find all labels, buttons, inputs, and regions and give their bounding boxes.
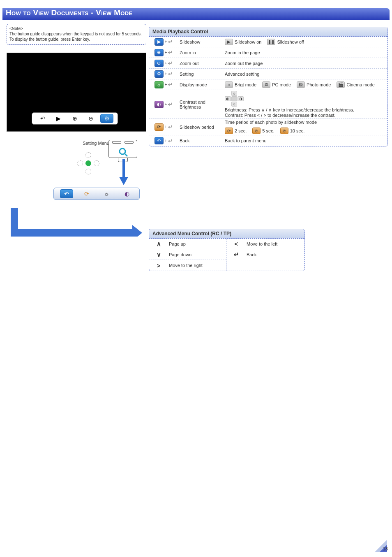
connector-arrow-icon	[11, 208, 142, 237]
button-icon: ↶	[154, 137, 164, 144]
arrow-down-icon	[119, 159, 128, 185]
direction-label: Move to the left	[246, 241, 304, 246]
tv-screen: ↶ ▶ ⊕ ⊖ ⚙	[7, 53, 146, 132]
option-item: ▶Slideshow on	[225, 39, 261, 45]
enter-icon: ↵	[168, 81, 173, 88]
option-item: ❚❚Slideshow off	[267, 39, 304, 45]
osd-bar-expanded: ↶ ⟳ ☼ ◐	[53, 188, 140, 200]
button-icon: ◐	[154, 101, 164, 108]
option-item: 🖥PC mode	[262, 81, 291, 88]
page-corner-icon: 13	[375, 540, 387, 552]
direction-label: Back	[246, 252, 304, 257]
plus-text: +	[165, 72, 167, 76]
option-text: Brigt mode	[235, 82, 256, 87]
svg-point-0	[120, 149, 125, 154]
table-row: ∧Page up	[149, 239, 226, 249]
row-icon-cell: ☼+↵	[149, 80, 178, 90]
option-icon: 🖥	[262, 81, 270, 88]
undo-icon: ↶	[60, 189, 73, 198]
button-icon: ⚙	[154, 70, 164, 78]
enter-icon: ↵	[168, 138, 173, 144]
plus-text: +	[165, 50, 167, 55]
table-row: ☼+↵Display mode☼Brigt mode🖥PC mode🖼Photo…	[149, 79, 387, 90]
option-item: 🖼Photo mode	[297, 81, 331, 88]
option-text: 10 sec.	[290, 128, 304, 133]
direction-label: Page down	[168, 252, 226, 257]
option-icon: 🎬	[337, 81, 345, 88]
enter-icon: ↵	[168, 60, 173, 66]
option-text: Photo mode	[307, 82, 331, 87]
enter-icon: ↵	[168, 49, 173, 56]
button-icon: ▶	[154, 38, 164, 46]
table-row: >Move to the right	[149, 260, 226, 271]
table-row: ◐+↵Contrast and Brightness☼◐◑☼Brightness…	[149, 90, 387, 119]
option-text: Cinema mode	[346, 82, 374, 87]
button-icon: ☼	[154, 81, 164, 88]
enter-icon: ↵	[168, 101, 173, 107]
row-desc: ☼◐◑☼Brightness: Press ∧ / ∨ key to incre…	[223, 90, 387, 118]
dpad-up-icon	[85, 152, 91, 158]
direction-label: Move to the right	[168, 263, 226, 268]
zoom-in-icon: ⊕	[68, 114, 81, 123]
row-desc: Zoom out the page	[223, 60, 387, 67]
row-label: Contrast and Brightness	[178, 99, 223, 110]
option-text: 5 sec.	[262, 128, 274, 133]
undo-icon: ↶	[36, 114, 49, 123]
row-icon-cell: ⟳+↵	[149, 122, 178, 132]
zoom-out-icon: ⊖	[84, 114, 97, 123]
button-icon: ⊕	[154, 49, 164, 56]
direction-icon: ∨	[149, 251, 168, 258]
timer-icon: ⟳	[80, 189, 93, 198]
row-desc: ☼Brigt mode🖥PC mode🖼Photo mode🎬Cinema mo…	[223, 81, 387, 89]
row-icon-cell: ⊖+↵	[149, 58, 178, 68]
row-label: Zoom out	[178, 60, 223, 67]
page-title: How to View Documents - View Mode	[6, 8, 132, 17]
direction-icon: >	[149, 262, 168, 269]
option-item: ⟳2 sec.	[225, 128, 247, 134]
remote-dpad-diagram	[77, 152, 99, 174]
table-row: ↵Back	[227, 249, 304, 260]
row-icon-cell: ◐+↵	[149, 100, 178, 109]
option-item: ☼Brigt mode	[225, 81, 256, 88]
row-desc: Advanced setting	[223, 71, 387, 77]
table-row: ∨Page down	[149, 249, 226, 260]
option-icon: ⟳	[252, 128, 261, 134]
direction-icon: <	[227, 240, 246, 247]
osd-bar-top: ↶ ▶ ⊕ ⊖ ⚙	[32, 112, 118, 125]
option-text: Slideshow off	[277, 39, 304, 44]
advanced-menu-title: Advanced Menu Control (RC / TP)	[149, 229, 304, 239]
enter-icon: ↵	[168, 124, 173, 130]
option-icon: ❚❚	[267, 39, 275, 45]
svg-line-1	[125, 153, 127, 156]
note-line2: To display the button guide, press Enter…	[9, 37, 143, 42]
gear-icon: ⚙	[100, 114, 113, 123]
row-desc-above: Time period of each photo by slideshow m…	[225, 120, 386, 125]
option-icon: ▶	[225, 39, 233, 45]
table-row: ⊕+↵Zoom inZoom in the page	[149, 47, 387, 58]
magnifier-icon	[118, 147, 128, 157]
advanced-menu-body: ∧Page up∨Page down>Move to the right <Mo…	[149, 239, 304, 271]
row-label: Slideshow period	[178, 124, 223, 130]
table-row: ⊖+↵Zoom outZoom out the page	[149, 58, 387, 69]
direction-icon: ∧	[149, 240, 168, 248]
plus-text: +	[165, 125, 167, 129]
button-icon: ⟳	[154, 123, 164, 131]
table-row: <Move to the left	[227, 239, 304, 249]
row-label: Slideshow	[178, 39, 223, 45]
option-item: ⟳10 sec.	[280, 128, 304, 134]
table-row: ⟳+↵Slideshow periodTime period of each p…	[149, 119, 387, 135]
plus-text: +	[165, 139, 167, 143]
dpad-right-icon	[94, 160, 99, 166]
dpad-center-icon	[85, 160, 91, 166]
dpad-mini-icon: ☼◐◑☼	[225, 91, 244, 106]
media-playback-body: ▶+↵Slideshow▶Slideshow on❚❚Slideshow off…	[149, 37, 387, 146]
table-row: ↶+↵BackBack to parent menu	[149, 135, 387, 146]
direction-label: Page up	[168, 241, 226, 246]
note-tag: <Note>	[9, 26, 143, 31]
row-label: Back	[178, 137, 223, 144]
option-item: ⟳5 sec.	[252, 128, 274, 134]
contrast-icon: ◐	[120, 189, 134, 198]
option-item: 🎬Cinema mode	[337, 81, 374, 88]
row-label: Display mode	[178, 81, 223, 88]
note-box: <Note> The button guide disappears when …	[7, 24, 146, 45]
